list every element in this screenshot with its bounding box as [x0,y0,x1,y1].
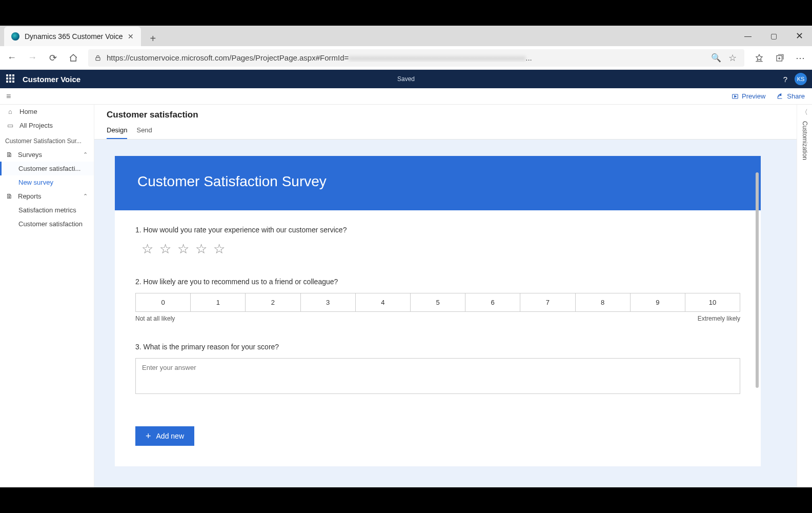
add-new-button[interactable]: + Add new [135,426,194,446]
scrollbar-thumb[interactable] [756,172,759,388]
reports-icon: 🗎 [6,192,13,200]
zoom-icon[interactable]: 🔍 [710,52,722,64]
url-text: https://customervoice.microsoft.com/Page… [107,53,705,62]
main-area: ⌂ Home ▭ All Projects Customer Satisfact… [0,105,812,487]
chevron-up-icon: ⌃ [83,193,88,200]
sidebar: ⌂ Home ▭ All Projects Customer Satisfact… [0,105,94,487]
home-icon: ⌂ [6,108,14,115]
page-title: Customer satisfaction [94,105,812,120]
favorite-icon[interactable]: ☆ [727,52,738,64]
lock-icon [94,54,102,62]
tab-title: Dynamics 365 Customer Voice [25,32,123,41]
new-tab-button[interactable]: + [145,31,160,46]
sidebar-home[interactable]: ⌂ Home [0,105,94,119]
hamburger-icon[interactable]: ≡ [6,92,11,101]
share-button[interactable]: Share [777,92,805,100]
sidebar-group-reports[interactable]: 🗎 Reports ⌃ [0,189,94,203]
survey-title: Customer Satisfaction Survey [137,173,327,189]
svg-rect-0 [96,57,100,60]
help-icon[interactable]: ? [783,75,787,84]
plus-icon: + [146,431,151,441]
app-name: Customer Voice [23,75,80,84]
letterbox: Dynamics 365 Customer Voice ✕ + — ▢ ✕ ← … [0,0,812,513]
survey-header[interactable]: Customer Satisfaction Survey [115,156,761,210]
chevron-left-icon[interactable]: 〈 [801,108,808,117]
project-name[interactable]: Customer Satisfaction Sur... [0,132,94,148]
surveys-icon: 🗎 [6,151,13,159]
star-icon[interactable]: ☆ [177,241,189,257]
sidebar-group-surveys[interactable]: 🗎 Surveys ⌃ [0,148,94,162]
window-controls: — ▢ ✕ [735,26,812,46]
customization-rail: 〈 Customization [797,105,812,487]
preview-button[interactable]: Preview [732,92,765,100]
nps-option[interactable]: 2 [246,293,300,311]
question-3[interactable]: 3. What is the primary reason for your s… [135,343,740,396]
nps-option[interactable]: 3 [301,293,356,311]
browser-tab[interactable]: Dynamics 365 Customer Voice ✕ [4,27,141,46]
sidebar-item-new-survey[interactable]: New survey [0,175,94,189]
star-icon[interactable]: ☆ [141,241,153,257]
nps-option[interactable]: 6 [465,293,520,311]
nps-high-label: Extremely likely [698,315,740,322]
question-2[interactable]: 2. How likely are you to recommend us to… [135,278,740,322]
command-bar: ≡ Preview Share [0,88,812,105]
home-button[interactable] [68,52,79,64]
nps-option[interactable]: 9 [631,293,685,311]
sidebar-item-report[interactable]: Satisfaction metrics [0,203,94,217]
sidebar-all-projects[interactable]: ▭ All Projects [0,119,94,132]
sidebar-item-report[interactable]: Customer satisfaction [0,217,94,231]
nps-option[interactable]: 4 [356,293,411,311]
browser-tab-bar: Dynamics 365 Customer Voice ✕ + — ▢ ✕ [0,26,812,46]
nps-scale: 0 1 2 3 4 5 6 7 8 9 10 [135,293,740,312]
star-icon[interactable]: ☆ [213,241,225,257]
app-launcher-icon[interactable] [6,74,15,84]
close-tab-icon[interactable]: ✕ [128,32,134,41]
more-icon[interactable]: ⋯ [795,52,806,64]
sidebar-item-survey[interactable]: Customer satisfacti... [0,162,94,175]
browser-window: Dynamics 365 Customer Voice ✕ + — ▢ ✕ ← … [0,26,812,487]
app-header: Customer Voice Saved ? KS [0,70,812,88]
refresh-button[interactable]: ⟳ [47,52,58,64]
url-box[interactable]: https://customervoice.microsoft.com/Page… [88,49,744,67]
favicon-icon [11,32,19,41]
chevron-up-icon: ⌃ [83,151,88,158]
rating-stars: ☆ ☆ ☆ ☆ ☆ [135,241,740,257]
answer-input[interactable] [135,358,740,394]
question-1[interactable]: 1. How would you rate your experience wi… [135,226,740,257]
nps-option[interactable]: 0 [136,293,191,311]
projects-icon: ▭ [6,122,14,129]
minimize-button[interactable]: — [735,26,761,46]
address-bar: ← → ⟳ https://customervoice.microsoft.co… [0,46,812,70]
nps-option[interactable]: 5 [411,293,465,311]
design-canvas: Customer Satisfaction Survey 1. How woul… [94,140,812,487]
nps-option[interactable]: 10 [685,293,740,311]
nps-option[interactable]: 7 [520,293,575,311]
collections-icon[interactable] [774,52,785,64]
tab-design[interactable]: Design [107,123,127,139]
nps-option[interactable]: 1 [191,293,246,311]
save-status: Saved [397,75,415,83]
tab-send[interactable]: Send [136,123,152,139]
customization-toggle[interactable]: Customization [801,121,808,160]
maximize-button[interactable]: ▢ [761,26,786,46]
nps-option[interactable]: 8 [576,293,631,311]
page-tabs: Design Send [94,120,812,139]
nps-low-label: Not at all likely [135,315,175,322]
star-icon[interactable]: ☆ [159,241,171,257]
back-button[interactable]: ← [6,52,17,64]
survey-body: 1. How would you rate your experience wi… [115,210,761,466]
forward-button[interactable]: → [27,52,38,64]
favorites-bar-icon[interactable] [754,52,765,64]
svg-marker-6 [735,95,737,97]
content-panel: Customer satisfaction Design Send Custom… [94,105,812,487]
avatar[interactable]: KS [795,73,807,85]
close-window-button[interactable]: ✕ [786,26,812,46]
star-icon[interactable]: ☆ [195,241,207,257]
